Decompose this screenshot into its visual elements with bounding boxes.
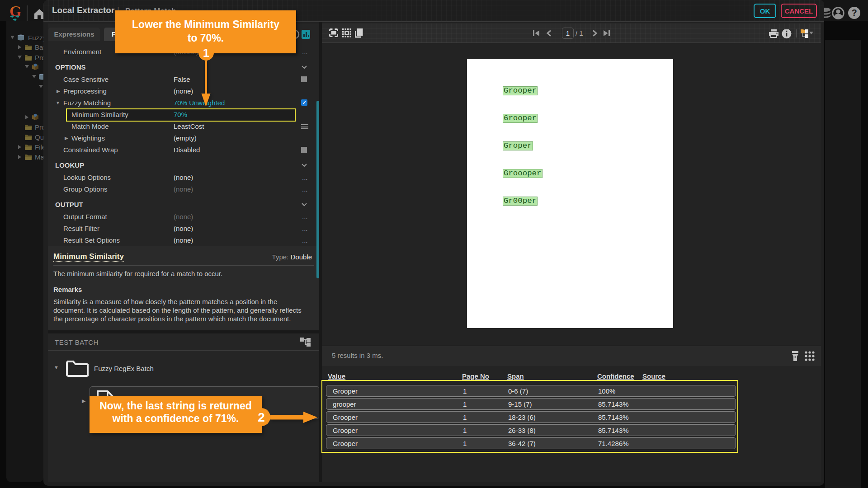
- svg-text:Qu: Qu: [35, 133, 43, 141]
- svg-text:Ma: Ma: [35, 153, 43, 161]
- svg-text:Bat: Bat: [35, 43, 43, 51]
- svg-text:Fuzzy: Fuzzy: [28, 34, 43, 42]
- svg-text:File: File: [35, 143, 43, 151]
- svg-text:Pro: Pro: [35, 123, 43, 131]
- svg-text:Pro: Pro: [35, 54, 43, 61]
